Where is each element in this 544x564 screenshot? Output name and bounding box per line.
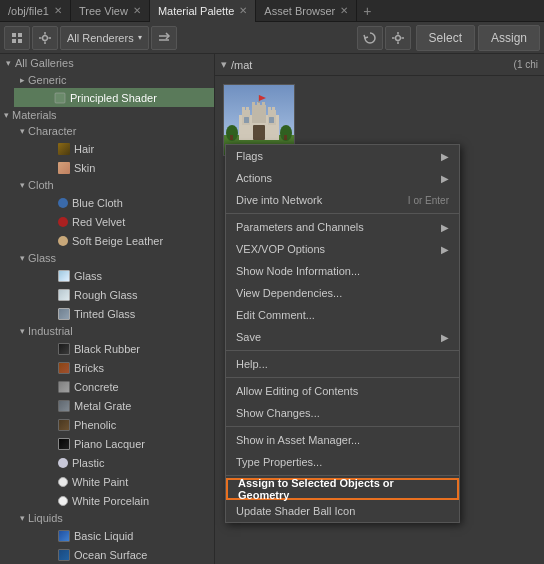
- ctx-parameters-channels[interactable]: Parameters and Channels ▶: [226, 216, 459, 238]
- character-label: Character: [28, 125, 76, 137]
- ctx-show-asset-manager[interactable]: Show in Asset Manager...: [226, 429, 459, 451]
- home-button[interactable]: [4, 26, 30, 50]
- chevron-down-icon: ▾: [138, 33, 142, 42]
- options-button[interactable]: [385, 26, 411, 50]
- tab-tree-view[interactable]: Tree View ✕: [71, 0, 150, 22]
- svg-rect-29: [244, 117, 249, 123]
- svg-point-9: [395, 35, 400, 40]
- svg-rect-1: [18, 33, 22, 37]
- bricks-swatch: [58, 362, 70, 374]
- principled-shader-item[interactable]: Principled Shader: [14, 88, 214, 107]
- context-menu: Flags ▶ Actions ▶ Dive into Network I or…: [225, 144, 460, 523]
- basic-liquid-item[interactable]: Basic Liquid: [14, 526, 214, 545]
- assign-button[interactable]: Assign: [478, 25, 540, 51]
- red-velvet-swatch: [58, 217, 68, 227]
- ctx-show-changes[interactable]: Show Changes...: [226, 402, 459, 424]
- svg-rect-27: [262, 102, 265, 107]
- expand-icon: ▾: [20, 326, 25, 336]
- red-velvet-item[interactable]: Red Velvet: [14, 212, 214, 231]
- svg-rect-25: [252, 102, 255, 107]
- all-galleries-header[interactable]: ▾ All Galleries: [0, 54, 214, 72]
- mat-path-header: ▾ /mat (1 chi: [215, 54, 544, 76]
- phenolic-item[interactable]: Phenolic: [14, 415, 214, 434]
- tinted-glass-item[interactable]: Tinted Glass: [14, 304, 214, 323]
- select-button[interactable]: Select: [416, 25, 475, 51]
- svg-rect-28: [253, 125, 265, 140]
- liquids-group[interactable]: ▾ Liquids: [14, 510, 214, 526]
- white-paint-item[interactable]: White Paint: [14, 472, 214, 491]
- tab-asset-browser[interactable]: Asset Browser ✕: [256, 0, 357, 22]
- tab-material-palette[interactable]: Material Palette ✕: [150, 0, 256, 22]
- ctx-flags[interactable]: Flags ▶: [226, 145, 459, 167]
- top-toolbar: All Renderers ▾ Select: [0, 22, 544, 54]
- bricks-item[interactable]: Bricks: [14, 358, 214, 377]
- soft-beige-swatch: [58, 236, 68, 246]
- svg-rect-0: [12, 33, 16, 37]
- glass-item[interactable]: Glass: [14, 266, 214, 285]
- white-porcelain-swatch: [58, 496, 68, 506]
- ctx-assign-to-selected[interactable]: Assign to Selected Objects or Geometry: [226, 478, 459, 500]
- character-group[interactable]: ▾ Character: [14, 123, 214, 139]
- svg-rect-22: [246, 107, 249, 112]
- sync-icon: [363, 31, 377, 45]
- metal-grate-swatch: [58, 400, 70, 412]
- rough-glass-item[interactable]: Rough Glass: [14, 285, 214, 304]
- soft-beige-item[interactable]: Soft Beige Leather: [14, 231, 214, 250]
- submenu-arrow: ▶: [441, 332, 449, 343]
- ctx-dive-into-network[interactable]: Dive into Network I or Enter: [226, 189, 459, 211]
- transfer-button[interactable]: [151, 26, 177, 50]
- sync-button[interactable]: [357, 26, 383, 50]
- ctx-node-info[interactable]: Show Node Information...: [226, 260, 459, 282]
- ctx-save[interactable]: Save ▶: [226, 326, 459, 348]
- white-porcelain-item[interactable]: White Porcelain: [14, 491, 214, 510]
- ocean-surface-swatch: [58, 549, 70, 561]
- piano-lacquer-swatch: [58, 438, 70, 450]
- expand-icon: ▸: [20, 75, 25, 85]
- plastic-item[interactable]: Plastic: [14, 453, 214, 472]
- glass-group[interactable]: ▾ Glass: [14, 250, 214, 266]
- svg-rect-24: [272, 107, 275, 112]
- right-panel: ▾ /mat (1 chi: [215, 54, 544, 564]
- ocean-surface-item[interactable]: Ocean Surface: [14, 545, 214, 564]
- svg-rect-14: [55, 93, 65, 103]
- settings-button[interactable]: [32, 26, 58, 50]
- expand-icon: ▾: [20, 126, 25, 136]
- ctx-help[interactable]: Help...: [226, 353, 459, 375]
- submenu-arrow: ▶: [441, 173, 449, 184]
- ctx-edit-comment[interactable]: Edit Comment...: [226, 304, 459, 326]
- svg-rect-3: [18, 39, 22, 43]
- cloth-group[interactable]: ▾ Cloth: [14, 177, 214, 193]
- ctx-allow-editing[interactable]: Allow Editing of Contents: [226, 380, 459, 402]
- ctx-actions[interactable]: Actions ▶: [226, 167, 459, 189]
- hair-swatch: [58, 143, 70, 155]
- black-rubber-swatch: [58, 343, 70, 355]
- ctx-update-shader-ball[interactable]: Update Shader Ball Icon: [226, 500, 459, 522]
- renderer-dropdown[interactable]: All Renderers ▾: [60, 26, 149, 50]
- generic-group[interactable]: ▸ Generic: [14, 72, 214, 88]
- ctx-type-properties[interactable]: Type Properties...: [226, 451, 459, 473]
- skin-item[interactable]: Skin: [14, 158, 214, 177]
- piano-lacquer-item[interactable]: Piano Lacquer: [14, 434, 214, 453]
- blue-cloth-item[interactable]: Blue Cloth: [14, 193, 214, 212]
- concrete-item[interactable]: Concrete: [14, 377, 214, 396]
- tab-obj-file1[interactable]: /obj/file1 ✕: [0, 0, 71, 22]
- ctx-view-dependencies[interactable]: View Dependencies...: [226, 282, 459, 304]
- materials-header[interactable]: ▾ Materials: [0, 107, 214, 123]
- plastic-swatch: [58, 458, 68, 468]
- ctx-vex-vop[interactable]: VEX/VOP Options ▶: [226, 238, 459, 260]
- black-rubber-item[interactable]: Black Rubber: [14, 339, 214, 358]
- tab-close-icon[interactable]: ✕: [133, 5, 141, 16]
- tab-close-icon[interactable]: ✕: [239, 5, 247, 16]
- expand-icon: ▾: [20, 513, 25, 523]
- metal-grate-item[interactable]: Metal Grate: [14, 396, 214, 415]
- hair-item[interactable]: Hair: [14, 139, 214, 158]
- svg-rect-23: [268, 107, 271, 112]
- blue-cloth-swatch: [58, 198, 68, 208]
- industrial-group[interactable]: ▾ Industrial: [14, 323, 214, 339]
- tab-close-icon[interactable]: ✕: [340, 5, 348, 16]
- main-area: ▾ All Galleries ▸ Generic Principled Sha…: [0, 54, 544, 564]
- white-paint-swatch: [58, 477, 68, 487]
- add-tab-button[interactable]: +: [357, 3, 377, 19]
- tab-close-icon[interactable]: ✕: [54, 5, 62, 16]
- ctx-separator: [226, 377, 459, 378]
